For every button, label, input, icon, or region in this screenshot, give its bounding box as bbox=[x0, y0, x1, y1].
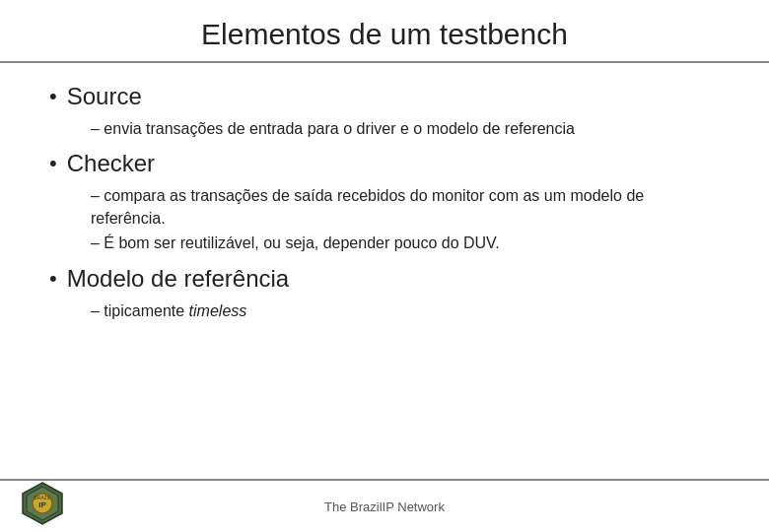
bullet-dot-1: • bbox=[49, 84, 57, 109]
bullet-label-source: Source bbox=[67, 83, 142, 110]
svg-text:BRAZIL: BRAZIL bbox=[34, 495, 51, 500]
bullet-label-checker: Checker bbox=[67, 150, 155, 177]
sub-text-modelo-1: – tipicamente timeless bbox=[91, 300, 246, 322]
sub-text-source-1: – envia transações de entrada para o dri… bbox=[91, 118, 575, 140]
bullet-checker: • Checker bbox=[49, 150, 720, 177]
sub-item-source-1: – envia transações de entrada para o dri… bbox=[91, 118, 720, 140]
slide-title: Elementos de um testbench bbox=[39, 18, 730, 51]
sub-item-checker-2: – É bom ser reutilizável, ou seja, depen… bbox=[91, 233, 720, 254]
slide: Elementos de um testbench • Source – env… bbox=[0, 0, 769, 532]
bullet-source: • Source bbox=[49, 83, 720, 110]
bullet-modelo: • Modelo de referência bbox=[49, 265, 720, 293]
sub-item-checker-1: – compara as transações de saída recebid… bbox=[91, 185, 720, 230]
bullet-dot-2: • bbox=[49, 151, 57, 176]
sub-item-modelo-1: – tipicamente timeless bbox=[91, 300, 720, 322]
bullet-dot-3: • bbox=[49, 266, 57, 292]
svg-text:IP: IP bbox=[38, 500, 46, 509]
bullet-label-modelo: Modelo de referência bbox=[67, 265, 289, 293]
brazilip-logo: IP BRAZIL bbox=[20, 481, 65, 526]
content-area: • Source – envia transações de entrada p… bbox=[0, 73, 769, 479]
footer-text: The BrazilIP Network bbox=[324, 499, 445, 514]
title-bar: Elementos de um testbench bbox=[0, 0, 769, 63]
sub-items-checker: – compara as transações de saída recebid… bbox=[91, 185, 720, 254]
footer: IP BRAZIL The BrazilIP Network bbox=[0, 479, 769, 532]
sub-text-checker-2: – É bom ser reutilizável, ou seja, depen… bbox=[91, 233, 500, 254]
sub-text-checker-1: – compara as transações de saída recebid… bbox=[91, 185, 720, 230]
sub-items-source: – envia transações de entrada para o dri… bbox=[91, 118, 720, 140]
sub-items-modelo: – tipicamente timeless bbox=[91, 300, 720, 322]
